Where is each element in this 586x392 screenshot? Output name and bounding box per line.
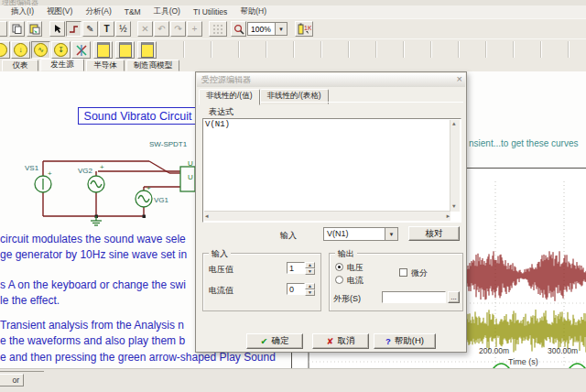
note-line-5: Transient analysis from the Analysis n	[0, 319, 184, 332]
zoom-button[interactable]	[231, 21, 246, 37]
move-button[interactable]: +	[187, 21, 202, 37]
tab-semiconductors[interactable]: 半导体	[86, 60, 125, 71]
note-line-6: e the waveforms and also play them b	[0, 334, 185, 347]
dialog-title: 受控源编辑器	[201, 74, 251, 86]
menu-tm[interactable]: T&M	[125, 7, 141, 16]
wire-tool-button[interactable]	[66, 21, 81, 37]
controlled-source-editor-dialog[interactable]: 受控源编辑器 × 非线性的/(值) 非线性的/(表格) 表达式 V(N1) ▲ …	[195, 71, 467, 353]
current-value-field[interactable]: 0	[287, 283, 305, 295]
note-line-3: s A on the keyboard or change the swi	[0, 278, 186, 291]
voltage-spinner[interactable]: ▲▼	[305, 262, 315, 274]
verify-button[interactable]: 核对	[408, 226, 460, 241]
spin-up-icon[interactable]: ▲	[305, 283, 315, 289]
chevron-down-icon[interactable]: ▼	[385, 228, 397, 240]
schematic-title-box[interactable]: Sound Vibrato Circuit	[78, 107, 198, 125]
cut-off-button[interactable]	[0, 21, 7, 37]
current-spinner[interactable]: ▲▼	[305, 283, 315, 295]
voltage-value-field[interactable]: 1	[287, 262, 305, 274]
scroll-right-icon[interactable]: ►	[446, 213, 450, 221]
copy-icon[interactable]	[9, 21, 25, 37]
scroll-down-icon[interactable]: ▼	[452, 203, 456, 211]
label-vg2: VG2	[78, 167, 93, 175]
scroll-up-icon[interactable]: ▲	[452, 121, 456, 128]
horizontal-scrollbar[interactable]: ◄ ►	[204, 211, 450, 221]
undo-button[interactable]: ↶	[154, 21, 169, 37]
voltage-value-label: 电压值	[209, 264, 233, 276]
editor-sheet-tab[interactable]: or	[0, 374, 24, 387]
tab-instruments[interactable]: 仪表	[2, 60, 38, 71]
scroll-left-icon[interactable]: ◄	[205, 213, 209, 221]
voltage-source-icon: ↓	[14, 43, 27, 57]
statusbar-line	[0, 371, 44, 372]
toolbar-empty-cells	[157, 41, 586, 58]
paste-icon	[29, 24, 40, 35]
source-cutoff-button[interactable]	[0, 41, 10, 59]
current-radio[interactable]	[335, 276, 343, 284]
close-icon[interactable]: ×	[457, 73, 462, 84]
tab-sources[interactable]: 发生源	[40, 59, 84, 71]
zoom-level-select[interactable]: 100% ▼	[247, 22, 288, 36]
select-tool-button[interactable]	[49, 21, 65, 37]
voltage-radio[interactable]	[335, 263, 343, 271]
equation-tool-button[interactable]: ½	[115, 21, 131, 37]
crosshair-icon: +	[192, 24, 198, 34]
menu-insert[interactable]: 插入(I)	[11, 6, 34, 17]
cancel-button-label: 取消	[337, 335, 354, 347]
voltage-source-button[interactable]: ↓	[11, 41, 30, 59]
current-value: 0	[289, 285, 294, 294]
grid-toggle-button[interactable]	[209, 21, 227, 37]
ok-button[interactable]: ✔ 确定	[246, 333, 303, 349]
x-icon: ✘	[327, 336, 334, 346]
differential-label: 微分	[411, 267, 428, 279]
svg-text:1K: 1K	[304, 25, 311, 31]
teal-annotation: nsient...to get these curves	[469, 138, 579, 148]
spin-down-icon[interactable]: ▼	[305, 268, 315, 275]
tab-manufacturer-models[interactable]: 制造商模型	[126, 60, 179, 71]
paste-icon[interactable]	[27, 21, 42, 37]
vertical-scrollbar[interactable]: ▲ ▼	[450, 120, 460, 212]
menu-ti-utilities[interactable]: TI Utilities	[193, 7, 227, 16]
note-line-2: ge generator by 10Hz sine wave set in	[0, 248, 187, 261]
editor-sheet-tab-label: or	[12, 376, 19, 385]
current-value-label: 电流值	[209, 285, 233, 297]
tab-nonlinear-value[interactable]: 非线性的/(值)	[199, 89, 260, 105]
dialog-titlebar[interactable]: 受控源编辑器	[197, 73, 465, 87]
interactive-mode-button[interactable]: 1K	[295, 21, 313, 37]
delete-button[interactable]: ✕	[137, 21, 153, 37]
expression-textarea[interactable]: V(N1) ▲ ▼ ◄ ►	[202, 118, 461, 223]
spin-down-icon[interactable]: ▼	[305, 289, 315, 296]
cursor-arrow-icon	[53, 24, 62, 34]
current-radio-label: 电流	[347, 275, 364, 287]
shape-browse-button[interactable]: ...	[448, 291, 460, 303]
ellipsis-icon: ...	[450, 293, 457, 301]
help-button[interactable]: ? 帮助(H)	[374, 333, 436, 349]
current-generator-button[interactable]: ↧	[51, 41, 71, 59]
instrument-icon	[119, 42, 132, 58]
instrument-3-button[interactable]	[137, 41, 157, 59]
instrument-1-button[interactable]	[93, 41, 113, 59]
menu-analysis[interactable]: 分析(A)	[85, 6, 111, 17]
menu-help[interactable]: 帮助(H)	[240, 6, 266, 17]
menu-tools[interactable]: 工具(O)	[154, 6, 180, 17]
text-tool-button[interactable]: T	[99, 21, 114, 37]
pencil-tool-button[interactable]: ✎	[82, 21, 98, 37]
chevron-down-icon[interactable]: ▼	[275, 23, 287, 35]
toolbar-main: ✎ T ½ ✕ ↶ ↷ + 100% ▼ 1K	[0, 18, 586, 40]
controlled-source-button[interactable]	[71, 41, 91, 59]
delete-icon: ✕	[141, 24, 148, 34]
input-variable-dropdown[interactable]: V(N1) ▼	[323, 227, 398, 241]
redo-button[interactable]: ↷	[170, 21, 186, 37]
ok-button-label: 确定	[271, 335, 288, 347]
zoom-level-value: 100%	[251, 25, 271, 34]
source-icon	[0, 43, 7, 57]
fraction-icon: ½	[119, 24, 126, 34]
spin-up-icon[interactable]: ▲	[305, 262, 315, 268]
help-button-label: 帮助(H)	[395, 335, 424, 347]
note-line-4: le the effect.	[0, 294, 60, 307]
shape-field[interactable]	[382, 291, 446, 303]
instrument-2-button[interactable]	[115, 41, 135, 59]
voltage-generator-button[interactable]: ∿	[31, 41, 50, 59]
cancel-button[interactable]: ✘ 取消	[312, 333, 369, 349]
menu-view[interactable]: 视图(V)	[47, 6, 72, 17]
differential-checkbox[interactable]	[399, 268, 407, 277]
